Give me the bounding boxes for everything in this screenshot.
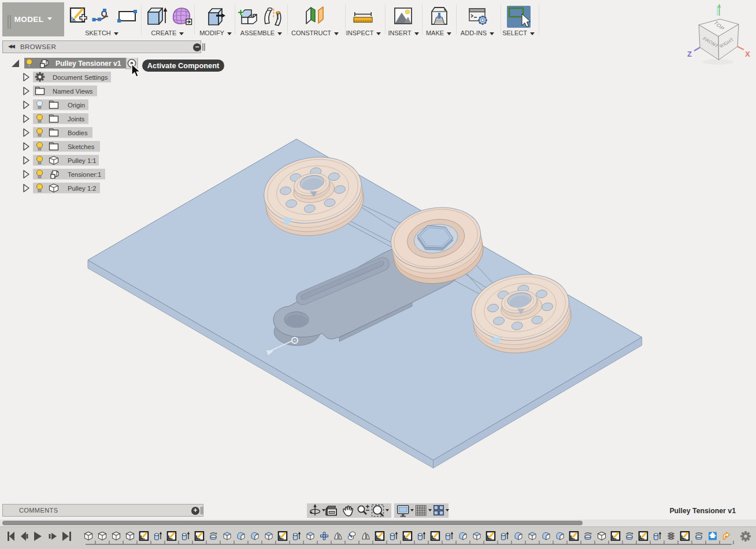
svg-text:X: X <box>745 50 750 58</box>
svg-text:Pulley Tensioner v1: Pulley Tensioner v1 <box>55 60 121 68</box>
svg-text:Tensioner:1: Tensioner:1 <box>68 171 101 178</box>
svg-text:Sketches: Sketches <box>68 143 95 150</box>
svg-text:Origin: Origin <box>68 102 85 109</box>
svg-text:Pulley 1:1: Pulley 1:1 <box>68 157 97 164</box>
svg-text:Pulley 1:2: Pulley 1:2 <box>68 185 97 192</box>
svg-text:Joints: Joints <box>68 116 85 123</box>
svg-text:Z: Z <box>687 50 692 58</box>
svg-text:Named Views: Named Views <box>53 88 93 95</box>
svg-text:Document Settings: Document Settings <box>53 74 108 81</box>
svg-text:Bodies: Bodies <box>68 129 88 136</box>
